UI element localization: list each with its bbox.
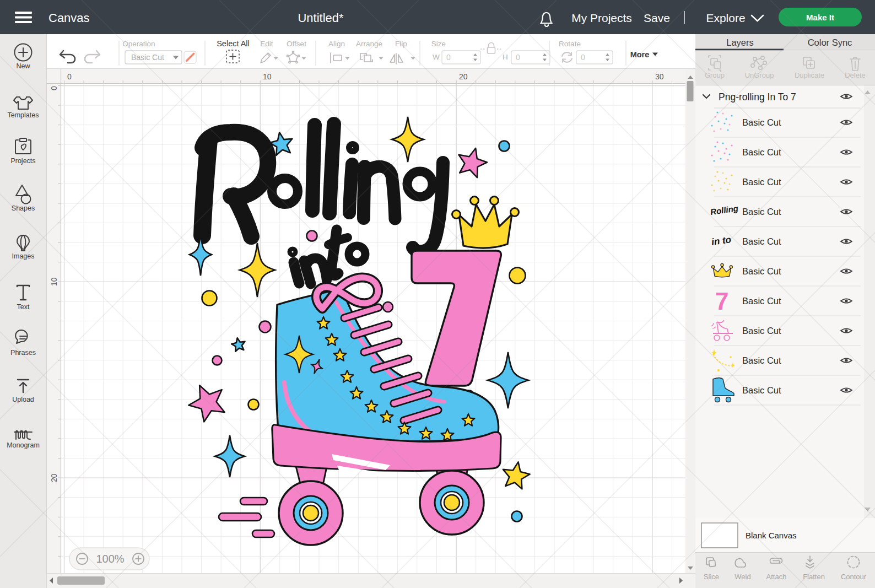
svg-text:Duplicate: Duplicate — [795, 71, 824, 79]
svg-text:Phrases: Phrases — [10, 349, 36, 357]
svg-text:Weld: Weld — [734, 573, 750, 581]
svg-text:0: 0 — [446, 53, 451, 62]
svg-text:Basic Cut: Basic Cut — [742, 385, 781, 395]
svg-text:Offset: Offset — [287, 40, 306, 48]
svg-text:30: 30 — [655, 72, 664, 81]
svg-text:Images: Images — [12, 252, 35, 260]
svg-text:Canvas: Canvas — [48, 11, 90, 25]
svg-text:Arrange: Arrange — [356, 40, 382, 48]
svg-text:Basic Cut: Basic Cut — [742, 177, 781, 187]
svg-text:0: 0 — [516, 53, 520, 62]
svg-text:Layers: Layers — [726, 37, 754, 47]
svg-text:Flip: Flip — [395, 40, 407, 48]
svg-text:Attach: Attach — [766, 573, 787, 581]
svg-text:7: 7 — [715, 288, 728, 315]
svg-text:Basic Cut: Basic Cut — [742, 207, 781, 217]
svg-text:H: H — [503, 53, 508, 61]
svg-text:Blank Canvas: Blank Canvas — [746, 531, 797, 540]
svg-text:20: 20 — [50, 473, 58, 482]
svg-text:Edit: Edit — [260, 40, 273, 48]
svg-text:Flatten: Flatten — [803, 573, 825, 581]
svg-text:Align: Align — [328, 40, 345, 48]
svg-text:Basic Cut: Basic Cut — [742, 266, 781, 276]
svg-text:Png-rolling In To 7: Png-rolling In To 7 — [719, 91, 796, 103]
svg-text:Basic Cut: Basic Cut — [742, 236, 781, 246]
svg-text:Basic Cut: Basic Cut — [742, 117, 781, 127]
svg-text:Operation: Operation — [122, 40, 155, 48]
svg-text:Basic Cut: Basic Cut — [742, 147, 781, 157]
svg-text:Basic Cut: Basic Cut — [742, 326, 781, 336]
svg-text:0: 0 — [67, 72, 72, 81]
svg-text:Shapes: Shapes — [12, 204, 35, 212]
svg-text:Size: Size — [431, 40, 446, 48]
svg-text:Basic Cut: Basic Cut — [742, 296, 781, 306]
svg-text:Select All: Select All — [217, 39, 250, 48]
svg-text:100%: 100% — [96, 553, 124, 565]
svg-text:Monogram: Monogram — [7, 441, 40, 449]
svg-text:Slice: Slice — [704, 573, 719, 581]
svg-text:Basic Cut: Basic Cut — [131, 53, 164, 62]
svg-text:W: W — [433, 53, 440, 61]
svg-text:Explore: Explore — [706, 12, 745, 24]
svg-text:More: More — [630, 50, 650, 59]
svg-text:New: New — [16, 62, 30, 70]
svg-text:0: 0 — [50, 86, 58, 90]
svg-text:Save: Save — [644, 12, 670, 24]
svg-text:10: 10 — [50, 277, 58, 286]
svg-text:Projects: Projects — [10, 157, 35, 165]
svg-text:UnGroup: UnGroup — [745, 71, 774, 79]
svg-text:20: 20 — [459, 72, 468, 81]
svg-text:Templates: Templates — [8, 111, 39, 119]
svg-text:Untitled*: Untitled* — [298, 11, 344, 25]
svg-text:Group: Group — [705, 71, 725, 79]
svg-text:10: 10 — [263, 72, 272, 81]
svg-text:Delete: Delete — [845, 71, 866, 79]
svg-text:0: 0 — [581, 53, 585, 62]
svg-text:Rotate: Rotate — [559, 40, 581, 48]
svg-text:Color Sync: Color Sync — [808, 37, 852, 47]
svg-text:My Projects: My Projects — [571, 12, 632, 24]
svg-text:Upload: Upload — [12, 396, 34, 403]
svg-text:Text: Text — [17, 303, 30, 311]
svg-text:Contour: Contour — [841, 573, 867, 581]
svg-text:Make It: Make It — [806, 13, 834, 22]
svg-text:Basic Cut: Basic Cut — [742, 355, 781, 365]
